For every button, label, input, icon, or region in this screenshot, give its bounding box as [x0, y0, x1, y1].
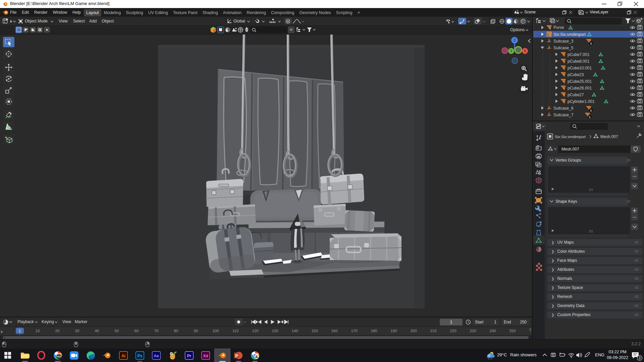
svg-text:pCube25.001: pCube25.001 — [568, 79, 592, 84]
svg-text:pCube23: pCube23 — [568, 72, 584, 77]
svg-text:Six:Six:smdimport: Six:Six:smdimport — [553, 32, 586, 37]
svg-text:pCube10.001: pCube10.001 — [568, 66, 592, 70]
svg-text:30: 30 — [75, 329, 79, 333]
svg-text:170: 170 — [351, 329, 357, 333]
svg-text:40: 40 — [95, 329, 99, 333]
svg-text:Pr: Pr — [187, 354, 192, 358]
svg-text:20: 20 — [55, 329, 60, 333]
svg-text:Y: Y — [510, 49, 513, 53]
svg-text:pCube8.001: pCube8.001 — [568, 59, 590, 64]
svg-text:Purse: Purse — [553, 25, 564, 30]
svg-text:10: 10 — [36, 329, 40, 333]
svg-text:Mesh.007: Mesh.007 — [600, 134, 618, 139]
svg-text:5: 5 — [589, 116, 590, 119]
svg-text:200: 200 — [410, 329, 417, 333]
svg-text:pCube26.001: pCube26.001 — [568, 86, 592, 90]
svg-text:130: 130 — [272, 329, 278, 333]
svg-text:Ps: Ps — [138, 354, 143, 358]
svg-text:Suitcase_7: Suitcase_7 — [553, 113, 574, 117]
svg-text:60: 60 — [135, 329, 139, 333]
svg-text:Ae: Ae — [154, 354, 159, 358]
svg-text:100: 100 — [212, 329, 219, 333]
svg-text:210: 210 — [430, 329, 436, 333]
svg-text:Suitcase_6: Suitcase_6 — [553, 106, 574, 111]
svg-text:50: 50 — [115, 329, 119, 333]
svg-text:Xd: Xd — [203, 354, 208, 358]
svg-text:Z: Z — [514, 38, 516, 42]
svg-text:Suitcase_3: Suitcase_3 — [553, 39, 574, 44]
svg-text:180: 180 — [371, 329, 377, 333]
svg-text:160: 160 — [331, 329, 337, 333]
svg-text:Ai: Ai — [121, 354, 125, 358]
svg-text:3: 3 — [639, 356, 641, 360]
svg-text:120: 120 — [252, 329, 258, 333]
svg-text:230: 230 — [470, 329, 476, 333]
svg-text:140: 140 — [291, 329, 298, 333]
svg-text:70: 70 — [154, 329, 159, 333]
svg-text:Suitcase_5: Suitcase_5 — [553, 46, 574, 50]
svg-text:X: X — [524, 49, 526, 53]
svg-text:80: 80 — [174, 329, 178, 333]
svg-text:Vertex Groups: Vertex Groups — [555, 158, 581, 163]
svg-text:240: 240 — [489, 329, 496, 333]
svg-text:pCube7.001: pCube7.001 — [568, 52, 590, 57]
svg-text:90: 90 — [194, 329, 198, 333]
svg-text:8: 8 — [590, 42, 592, 45]
svg-text:190: 190 — [390, 329, 397, 333]
svg-text:110: 110 — [232, 329, 238, 333]
svg-text:pCylinder1.001: pCylinder1.001 — [568, 99, 595, 104]
svg-text:pCube27: pCube27 — [568, 93, 584, 97]
svg-text:Six:Six:smdimport: Six:Six:smdimport — [555, 135, 586, 139]
svg-text:220: 220 — [450, 329, 456, 333]
svg-text:P: P — [235, 354, 238, 358]
svg-text:150: 150 — [311, 329, 318, 333]
svg-text:Shape Keys: Shape Keys — [555, 199, 577, 204]
svg-text:Mesh.007: Mesh.007 — [561, 147, 579, 152]
svg-text:6: 6 — [590, 109, 592, 112]
svg-text:250: 250 — [509, 329, 516, 333]
